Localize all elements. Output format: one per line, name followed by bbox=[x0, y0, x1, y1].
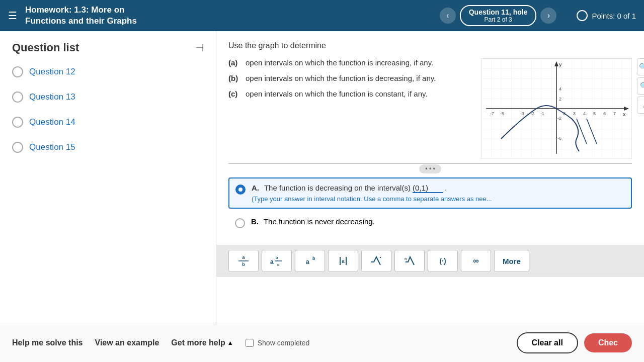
svg-text:b: b bbox=[242, 262, 245, 267]
svg-text:5: 5 bbox=[593, 111, 596, 116]
infinity-button[interactable]: ∞ bbox=[461, 250, 491, 272]
zoom-out-button[interactable]: 🔍- bbox=[637, 77, 644, 95]
svg-text:-3: -3 bbox=[520, 111, 524, 116]
answer-input[interactable] bbox=[413, 184, 443, 193]
check-button[interactable]: Chec bbox=[584, 333, 632, 352]
question-parts: (a) open intervals on which the function… bbox=[228, 58, 632, 159]
part-c: (c) open intervals on which the function… bbox=[228, 89, 469, 98]
question-list: Question 12 Question 13 Question 14 Ques… bbox=[12, 66, 204, 153]
part-b-text: open intervals on which the function is … bbox=[246, 74, 436, 82]
get-more-help-container: Get more help ▲ bbox=[171, 338, 233, 347]
svg-text:y: y bbox=[559, 61, 562, 67]
header: ☰ Homework: 1.3: More on Functions and t… bbox=[0, 0, 644, 31]
graph-container: y x 4 2 -2 -6 -7 -5 -3 -2 -1 bbox=[481, 58, 632, 159]
header-points: Points: 0 of 1 bbox=[577, 10, 636, 21]
part-b-label: (b) bbox=[228, 74, 240, 82]
svg-text:a: a bbox=[242, 255, 245, 260]
option-a-text-suffix: . bbox=[445, 184, 447, 192]
option-a-text-prefix: The function is decreasing on the interv… bbox=[264, 184, 413, 192]
answer-option-a[interactable]: A. The function is decreasing on the int… bbox=[228, 177, 632, 209]
footer-right: Clear all Chec bbox=[517, 332, 632, 353]
show-completed-checkbox[interactable] bbox=[246, 339, 254, 347]
option-b-text: The function is never decreasing. bbox=[264, 217, 375, 226]
parentheses-button[interactable]: (∙) bbox=[428, 250, 458, 272]
option-b-content: B. The function is never decreasing. bbox=[251, 217, 625, 226]
svg-text:7: 7 bbox=[613, 111, 616, 116]
svg-text:6: 6 bbox=[603, 111, 606, 116]
points-circle-icon bbox=[577, 10, 588, 21]
part-c-label: (c) bbox=[228, 89, 240, 98]
absolute-value-button[interactable]: a bbox=[328, 250, 358, 272]
menu-icon[interactable]: ☰ bbox=[8, 10, 17, 22]
svg-text:-2: -2 bbox=[557, 116, 561, 121]
option-a-content: A. The function is decreasing on the int… bbox=[252, 184, 625, 203]
svg-text:3: 3 bbox=[573, 111, 576, 116]
svg-text:b: b bbox=[276, 255, 278, 260]
svg-text:a: a bbox=[270, 258, 274, 265]
help-solve-link[interactable]: Help me solve this bbox=[12, 338, 83, 347]
svg-text:-5: -5 bbox=[500, 111, 504, 116]
more-button[interactable]: More bbox=[494, 250, 529, 272]
sidebar-item-question-14[interactable]: Question 14 bbox=[12, 117, 204, 128]
graph-tools: 🔍+ 🔍- ↗ bbox=[637, 58, 644, 114]
sqrt-button[interactable] bbox=[361, 250, 391, 272]
dots-indicator: • • • bbox=[419, 164, 441, 173]
header-title: Homework: 1.3: More on Functions and the… bbox=[25, 5, 432, 27]
question-12-radio bbox=[12, 66, 23, 77]
get-more-help-icon: ▲ bbox=[227, 339, 233, 346]
part-a: (a) open intervals on which the function… bbox=[228, 58, 469, 67]
option-a-label: A. bbox=[252, 184, 259, 192]
external-link-button[interactable]: ↗ bbox=[637, 97, 644, 114]
question-15-label: Question 15 bbox=[29, 142, 75, 152]
answer-option-b[interactable]: B. The function is never decreasing. bbox=[228, 212, 632, 234]
question-body: Use the graph to determine (a) open inte… bbox=[216, 31, 644, 159]
nav-question-label: Question 11, hole Part 2 of 3 bbox=[460, 5, 537, 26]
svg-text:n: n bbox=[405, 257, 407, 260]
header-nav: ‹ Question 11, hole Part 2 of 3 › bbox=[440, 5, 557, 26]
view-example-link[interactable]: View an example bbox=[95, 338, 159, 347]
footer: Help me solve this View an example Get m… bbox=[0, 323, 644, 362]
answer-options: A. The function is decreasing on the int… bbox=[216, 173, 644, 237]
svg-text:(∙): (∙) bbox=[439, 257, 446, 265]
part-a-label: (a) bbox=[228, 58, 240, 67]
part-c-text: open intervals on which the function is … bbox=[246, 89, 428, 98]
part-b: (b) open intervals on which the function… bbox=[228, 74, 469, 82]
nth-root-button[interactable]: n bbox=[394, 250, 425, 272]
svg-text:2: 2 bbox=[559, 97, 561, 102]
content-area: Use the graph to determine (a) open inte… bbox=[216, 31, 644, 362]
svg-text:4: 4 bbox=[583, 111, 586, 116]
mixed-number-button[interactable]: abc bbox=[262, 250, 292, 272]
superscript-button[interactable]: ab bbox=[295, 250, 325, 272]
sidebar-item-question-13[interactable]: Question 13 bbox=[12, 92, 204, 103]
question-15-radio bbox=[12, 142, 23, 153]
get-more-help-link[interactable]: Get more help bbox=[171, 338, 225, 347]
question-13-radio bbox=[12, 92, 23, 103]
question-14-radio bbox=[12, 117, 23, 128]
question-12-label: Question 12 bbox=[29, 67, 75, 77]
math-toolbar: ab abc ab a n (∙) ∞ More bbox=[216, 245, 644, 277]
show-completed-container: Show completed bbox=[246, 339, 310, 347]
svg-text:c: c bbox=[277, 262, 280, 267]
part-a-text: open intervals on which the function is … bbox=[246, 58, 433, 67]
show-completed-label: Show completed bbox=[258, 339, 310, 347]
svg-text:x: x bbox=[623, 111, 626, 117]
svg-text:a: a bbox=[342, 258, 345, 264]
nav-prev-button[interactable]: ‹ bbox=[440, 8, 456, 24]
sidebar-title: Question list bbox=[12, 41, 79, 54]
sidebar-item-question-15[interactable]: Question 15 bbox=[12, 142, 204, 153]
zoom-in-button[interactable]: 🔍+ bbox=[637, 58, 644, 75]
sidebar-header: Question list ⊣ bbox=[12, 41, 204, 54]
fraction-button[interactable]: ab bbox=[228, 250, 259, 272]
sidebar-collapse-button[interactable]: ⊣ bbox=[195, 42, 204, 54]
svg-text:-7: -7 bbox=[490, 111, 494, 116]
main-layout: Question list ⊣ Question 12 Question 13 … bbox=[0, 31, 644, 362]
nav-next-button[interactable]: › bbox=[540, 8, 556, 24]
option-b-radio bbox=[235, 218, 245, 228]
sidebar-item-question-12[interactable]: Question 12 bbox=[12, 66, 204, 77]
question-parts-left: (a) open intervals on which the function… bbox=[228, 58, 469, 159]
option-a-hint: (Type your answer in interval notation. … bbox=[252, 195, 625, 203]
option-a-text: A. The function is decreasing on the int… bbox=[252, 184, 625, 193]
svg-text:-6: -6 bbox=[557, 136, 561, 141]
clear-all-button[interactable]: Clear all bbox=[517, 332, 578, 353]
option-a-radio bbox=[235, 185, 246, 195]
